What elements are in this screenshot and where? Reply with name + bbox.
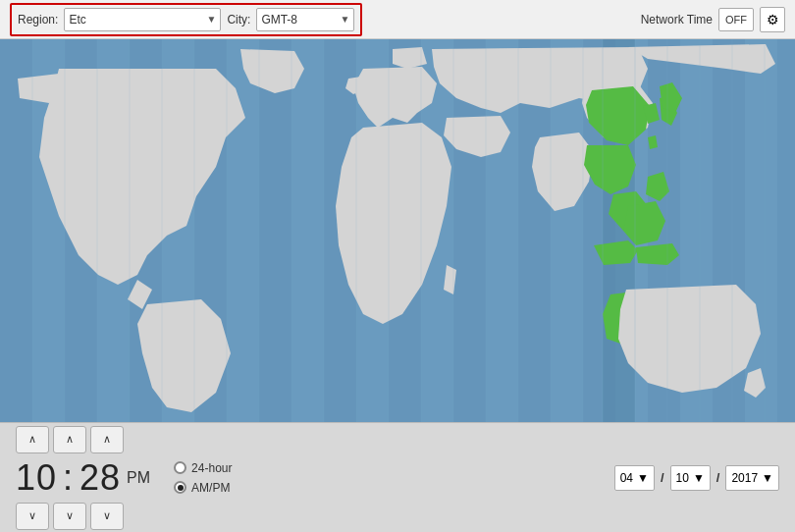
down-arrow-icon: ∨ (28, 509, 36, 522)
year-chevron-icon: ▼ (762, 471, 773, 485)
region-label: Region: (18, 13, 58, 27)
gear-icon: ⚙ (767, 12, 779, 27)
month-dropdown[interactable]: 04 ▼ (614, 465, 655, 491)
year-dropdown[interactable]: 2017 ▼ (725, 465, 779, 491)
format-24-radio[interactable] (174, 461, 186, 474)
network-time-toggle[interactable]: OFF (718, 8, 754, 31)
map-svg (0, 39, 795, 422)
region-dropdown[interactable]: Etc ▼ (64, 8, 221, 31)
year-value: 2017 (731, 471, 758, 485)
time-format-section: 24-hour AM/PM (174, 461, 232, 495)
month-value: 04 (620, 471, 633, 485)
day-dropdown[interactable]: 10 ▼ (670, 465, 711, 491)
world-map[interactable] (0, 39, 795, 422)
down-arrow-icon-2: ∨ (66, 509, 74, 522)
down-arrows-row: ∨ ∨ ∨ (16, 503, 124, 530)
hours-up-button[interactable]: ∧ (16, 426, 49, 453)
network-time-label: Network Time (641, 13, 713, 27)
hours-display: 10 (16, 457, 57, 499)
time-display: 10 : 28 PM (16, 457, 150, 499)
ampm-up-button[interactable]: ∧ (90, 426, 124, 453)
minutes-down-button[interactable]: ∨ (53, 503, 86, 530)
region-chevron-icon: ▼ (206, 14, 216, 25)
date-separator-1: / (661, 470, 664, 485)
city-dropdown[interactable]: GMT-8 ▼ (256, 8, 354, 31)
up-arrows-row: ∧ ∧ ∧ (16, 426, 124, 453)
time-controls: ∧ ∧ ∧ 10 : 28 PM ∨ ∨ ∨ (16, 426, 150, 530)
date-separator-2: / (716, 470, 720, 485)
down-arrow-icon-3: ∨ (103, 509, 111, 522)
format-ampm-option[interactable]: AM/PM (174, 481, 232, 495)
format-24-label: 24-hour (191, 461, 232, 475)
time-colon: : (63, 457, 74, 499)
up-arrow-icon: ∧ (28, 433, 36, 446)
month-chevron-icon: ▼ (637, 471, 649, 485)
bottom-bar: ∧ ∧ ∧ 10 : 28 PM ∨ ∨ ∨ (0, 422, 795, 532)
minutes-up-button[interactable]: ∧ (53, 426, 86, 453)
svg-rect-13 (777, 39, 795, 422)
settings-gear-button[interactable]: ⚙ (760, 7, 785, 32)
city-label: City: (227, 13, 250, 27)
region-city-section: Region: Etc ▼ City: GMT-8 ▼ (10, 3, 362, 36)
ampm-down-button[interactable]: ∨ (90, 503, 124, 530)
network-time-section: Network Time OFF ⚙ (641, 7, 785, 32)
svg-rect-5 (259, 39, 292, 422)
day-value: 10 (676, 471, 689, 485)
format-ampm-label: AM/PM (191, 481, 230, 495)
format-ampm-radio[interactable] (174, 481, 186, 494)
up-arrow-icon-3: ∧ (103, 433, 111, 446)
city-value: GMT-8 (261, 13, 336, 27)
city-chevron-icon: ▼ (340, 14, 349, 25)
up-arrow-icon-2: ∧ (66, 433, 74, 446)
day-chevron-icon: ▼ (693, 471, 705, 485)
top-bar: Region: Etc ▼ City: GMT-8 ▼ Network Time… (0, 0, 795, 39)
date-section: 04 ▼ / 10 ▼ / 2017 ▼ (614, 465, 779, 491)
format-24-option[interactable]: 24-hour (174, 461, 232, 475)
ampm-display: PM (127, 469, 150, 487)
minutes-display: 28 (80, 457, 121, 499)
region-value: Etc (69, 13, 202, 27)
hours-down-button[interactable]: ∨ (16, 503, 49, 530)
